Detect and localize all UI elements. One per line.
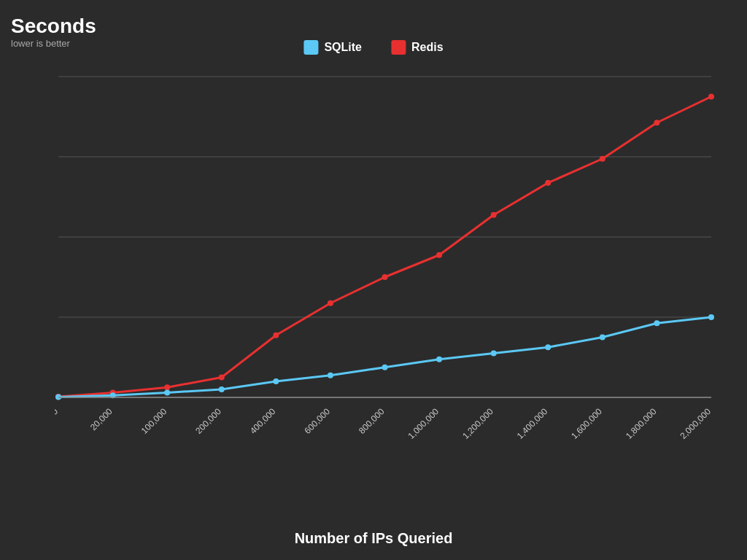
svg-text:20,000: 20,000	[88, 406, 115, 432]
svg-text:100,000: 100,000	[139, 406, 169, 436]
svg-point-38	[164, 389, 170, 395]
svg-text:200,000: 200,000	[193, 406, 223, 436]
chart-container: Seconds lower is better SQLite Redis 0.0…	[0, 0, 747, 560]
svg-point-34	[654, 120, 659, 125]
legend-redis: Redis	[391, 40, 444, 55]
legend-redis-swatch	[391, 40, 406, 55]
svg-point-41	[328, 373, 333, 378]
svg-point-40	[273, 378, 279, 384]
svg-point-46	[600, 335, 605, 341]
y-axis-title-block: Seconds lower is better	[11, 15, 96, 49]
y-axis-subtitle: lower is better	[11, 38, 96, 49]
legend-redis-label: Redis	[411, 41, 444, 54]
svg-point-47	[654, 320, 659, 326]
chart-svg: 0.0020.0040.0060.0080.002,00020,000100,0…	[55, 69, 726, 456]
svg-point-45	[545, 344, 551, 350]
legend-sqlite-label: SQLite	[324, 41, 362, 54]
svg-text:1,000,000: 1,000,000	[406, 406, 441, 441]
svg-text:1,200,000: 1,200,000	[460, 406, 495, 441]
svg-point-39	[219, 386, 225, 392]
svg-point-44	[491, 351, 497, 357]
svg-point-26	[219, 375, 225, 381]
legend-sqlite-swatch	[303, 40, 318, 55]
svg-point-35	[708, 94, 714, 100]
svg-point-48	[708, 314, 714, 320]
svg-point-25	[164, 384, 170, 390]
svg-text:2,000,000: 2,000,000	[678, 406, 713, 441]
svg-point-31	[491, 212, 497, 218]
svg-point-28	[328, 300, 333, 306]
svg-point-29	[382, 274, 388, 280]
svg-text:400,000: 400,000	[248, 406, 278, 436]
svg-text:1,800,000: 1,800,000	[624, 406, 659, 441]
svg-text:2,000: 2,000	[55, 406, 60, 429]
svg-point-33	[600, 156, 605, 162]
svg-point-32	[545, 180, 551, 186]
svg-text:1,400,000: 1,400,000	[515, 406, 550, 441]
x-axis-title: Number of IPs Queried	[295, 530, 453, 547]
legend-sqlite: SQLite	[303, 40, 362, 55]
svg-text:800,000: 800,000	[357, 406, 387, 436]
svg-point-43	[436, 357, 442, 362]
chart-legend: SQLite Redis	[303, 40, 443, 55]
svg-point-27	[273, 332, 279, 338]
svg-point-42	[382, 365, 388, 370]
svg-text:600,000: 600,000	[302, 406, 332, 436]
svg-text:1,600,000: 1,600,000	[569, 406, 604, 441]
y-axis-title: Seconds	[11, 15, 96, 38]
svg-point-30	[436, 252, 442, 258]
